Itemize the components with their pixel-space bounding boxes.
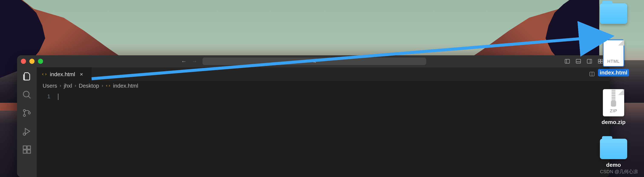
source-control-icon[interactable] [22, 108, 32, 119]
nav-back-icon[interactable]: ← [181, 58, 187, 65]
watermark: CSDN @几何心凉 [600, 169, 638, 175]
split-editor-icon[interactable] [589, 71, 595, 77]
svg-rect-2 [565, 59, 570, 63]
desktop-item-label [612, 26, 615, 27]
chevron-right-icon: › [102, 83, 103, 88]
activity-bar [17, 67, 37, 177]
close-tab-icon[interactable]: × [80, 71, 83, 78]
svg-rect-4 [576, 59, 581, 63]
explorer-icon[interactable] [22, 71, 32, 82]
toggle-primary-sidebar-icon[interactable] [564, 58, 570, 64]
file-type-tag: ZIP [610, 109, 617, 113]
extensions-icon[interactable] [22, 145, 32, 155]
html-file-icon [42, 72, 47, 77]
zip-file-icon: ZIP [603, 89, 624, 116]
svg-point-15 [24, 114, 26, 117]
tab-bar: index.html × ⋯ [37, 67, 610, 81]
breadcrumb-file[interactable]: index.html [113, 83, 138, 89]
file-type-tag: HTML [607, 59, 620, 64]
line-number-gutter: 1 [37, 91, 58, 177]
html-file-icon: HTML [603, 40, 624, 67]
chevron-right-icon: › [74, 83, 76, 88]
tab-filename: index.html [50, 71, 75, 78]
nav-arrows: ← → [181, 58, 197, 65]
svg-rect-6 [587, 59, 592, 63]
desktop-icons-column: HTML index.html ZIP demo.zip demo [596, 3, 632, 169]
svg-point-14 [24, 110, 26, 112]
desktop-item-label: demo [604, 161, 622, 169]
svg-point-12 [24, 91, 29, 97]
nav-forward-icon[interactable]: → [192, 58, 197, 65]
window-controls [21, 59, 43, 64]
svg-rect-22 [27, 146, 30, 149]
html-file-icon [106, 83, 110, 88]
desktop-item-label: demo.zip [600, 119, 628, 126]
code-editor[interactable]: 1 [37, 91, 610, 177]
minimize-window-button[interactable] [30, 59, 34, 64]
desktop-item-label: index.html [598, 69, 629, 76]
toggle-panel-icon[interactable] [576, 58, 581, 64]
search-icon [312, 59, 316, 63]
svg-rect-21 [27, 150, 30, 153]
close-window-button[interactable] [21, 59, 26, 64]
folder-icon [600, 139, 627, 159]
search-icon[interactable] [22, 90, 32, 100]
desktop-folder-demo[interactable]: demo [596, 139, 632, 169]
svg-rect-20 [23, 150, 26, 153]
breadcrumb[interactable]: Users › jhxl › Desktop › index.html [37, 81, 610, 91]
svg-line-1 [315, 62, 316, 63]
maximize-window-button[interactable] [38, 59, 43, 64]
toggle-secondary-sidebar-icon[interactable] [586, 58, 592, 64]
chevron-right-icon: › [60, 83, 61, 88]
text-cursor [58, 94, 58, 100]
folder-icon [600, 3, 627, 24]
run-debug-icon[interactable] [22, 126, 32, 137]
svg-rect-19 [23, 146, 26, 149]
breadcrumb-segment[interactable]: Desktop [79, 83, 99, 89]
desktop-folder[interactable] [596, 3, 632, 27]
desktop-file-index-html[interactable]: HTML index.html [596, 40, 632, 76]
code-content-area[interactable] [58, 91, 610, 177]
vscode-window: ← → [17, 55, 610, 177]
svg-point-16 [28, 112, 30, 114]
command-center-search[interactable] [202, 57, 426, 65]
desktop-file-demo-zip[interactable]: ZIP demo.zip [596, 89, 632, 126]
editor-area: index.html × ⋯ Users › jhxl › Desktop › … [37, 67, 610, 177]
titlebar[interactable]: ← → [17, 55, 610, 67]
svg-line-13 [28, 96, 31, 99]
svg-point-0 [313, 60, 315, 62]
line-number: 1 [37, 93, 50, 100]
svg-marker-17 [25, 129, 30, 134]
breadcrumb-segment[interactable]: jhxl [64, 83, 72, 89]
tab-index-html[interactable]: index.html × [37, 67, 92, 81]
breadcrumb-segment[interactable]: Users [42, 83, 57, 89]
